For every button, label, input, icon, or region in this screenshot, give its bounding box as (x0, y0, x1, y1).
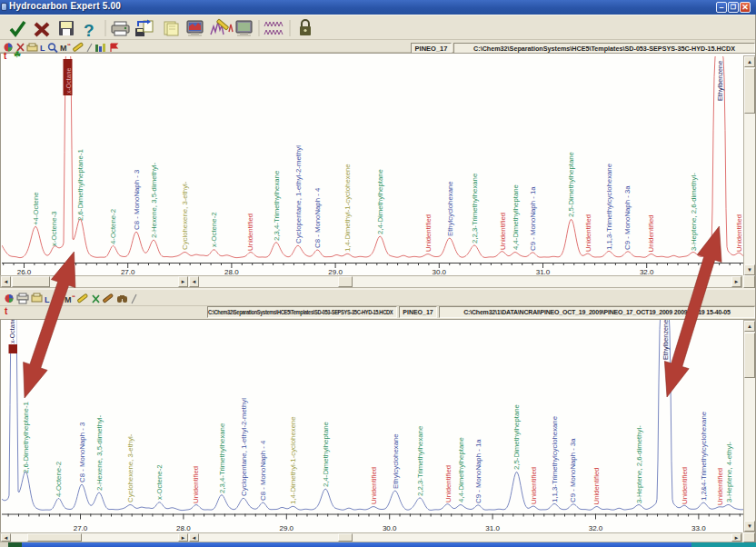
svg-text:Cyclohexene, 3-ethyl-: Cyclohexene, 3-ethyl- (126, 433, 134, 502)
svg-text:L: L (45, 295, 50, 304)
svg-text:2,3,4-Trimethylhexane: 2,3,4-Trimethylhexane (273, 171, 281, 241)
svg-text:“: “ (67, 42, 71, 50)
svg-text:Unidentified: Unidentified (584, 214, 592, 252)
svg-text:Ethylcyclohexane: Ethylcyclohexane (392, 433, 400, 489)
svg-text:“: “ (72, 293, 75, 302)
svg-text:Unidentified: Unidentified (735, 214, 743, 252)
svg-text:32.0: 32.0 (589, 524, 603, 532)
svg-text:1,2&4-Trimethylcyclohexane: 1,2&4-Trimethylcyclohexane (700, 412, 708, 501)
svg-text:Ethylcyclohexane: Ethylcyclohexane (446, 181, 454, 236)
svg-text:+4-Octene: +4-Octene (32, 192, 40, 225)
svg-text:L: L (40, 44, 45, 53)
svg-text:Unidentified: Unidentified (716, 468, 724, 505)
svg-text:2,2,3-Trimethylhexane: 2,2,3-Trimethylhexane (416, 426, 424, 496)
svg-text:C8 - MonoNaph - 4: C8 - MonoNaph - 4 (313, 187, 322, 248)
svg-text:2,5-Dimethylheptane: 2,5-Dimethylheptane (512, 404, 521, 470)
svg-text:Unidentified: Unidentified (246, 214, 254, 251)
svg-text:2-Hexene, 3,5-dimethyl-: 2-Hexene, 3,5-dimethyl- (95, 414, 104, 491)
svg-text:4,4-Dimethylheptane: 4,4-Dimethylheptane (457, 437, 465, 502)
svg-text:Unidentified: Unidentified (444, 465, 453, 502)
svg-text:2,4-Dimethylheptane: 2,4-Dimethylheptane (322, 422, 330, 487)
svg-text:Cyclopentane, 1-ethyl-2-methyl: Cyclopentane, 1-ethyl-2-methyl (240, 398, 248, 496)
svg-text:C8 - MonoNaph - 3: C8 - MonoNaph - 3 (133, 170, 141, 230)
svg-text:2,4-Dimethylheptane: 2,4-Dimethylheptane (376, 169, 384, 234)
svg-text:2,6-Dimethylheptane-1: 2,6-Dimethylheptane-1 (22, 402, 30, 473)
svg-text:Unidentified: Unidentified (424, 214, 433, 252)
svg-text:Ethylbenzene: Ethylbenzene (716, 61, 724, 101)
svg-text:Unidentified: Unidentified (681, 467, 689, 504)
svg-text:Unidentified: Unidentified (647, 214, 655, 252)
svg-text:4-Octene-2: 4-Octene-2 (55, 462, 63, 497)
svg-text:x-Octene-2: x-Octene-2 (155, 464, 164, 500)
svg-text:2-Hexene, 3,5-dimethyl-: 2-Hexene, 3,5-dimethyl- (150, 162, 158, 238)
svg-text:Cyclohexene, 3-ethyl-: Cyclohexene, 3-ethyl- (181, 181, 189, 250)
svg-text:Unidentified: Unidentified (192, 466, 200, 503)
svg-text:3-Heptene, 2,6-dimethyl-: 3-Heptene, 2,6-dimethyl- (690, 173, 698, 251)
svg-text:Cyclopentane, 1-ethyl-2-methyl: Cyclopentane, 1-ethyl-2-methyl (294, 145, 303, 244)
svg-text:1,1,3-Trimethylcyclohexane: 1,1,3-Trimethylcyclohexane (605, 164, 613, 250)
svg-text:M: M (65, 295, 72, 304)
svg-text:30.0: 30.0 (383, 524, 397, 532)
svg-text:x-Octene-2: x-Octene-2 (210, 212, 218, 247)
svg-text:C9 - MonoNaph - 1a: C9 - MonoNaph - 1a (474, 439, 482, 503)
svg-text:1,4-Dimethyl-1-cyclohexene: 1,4-Dimethyl-1-cyclohexene (343, 164, 352, 252)
svg-text:Unidentified: Unidentified (499, 213, 507, 250)
svg-text:Unidentified: Unidentified (370, 467, 378, 504)
svg-text:C9 - MonoNaph - 1a: C9 - MonoNaph - 1a (529, 186, 537, 251)
svg-text:C9 - MonoNaph - 3a: C9 - MonoNaph - 3a (623, 185, 632, 250)
svg-text:29.0: 29.0 (280, 524, 294, 532)
svg-text:x-Octane: x-Octane (9, 320, 15, 343)
svg-text:2,6-Dimethylheptane-1: 2,6-Dimethylheptane-1 (76, 149, 85, 221)
svg-text:C9 - MonoNaph - 3a: C9 - MonoNaph - 3a (569, 438, 577, 502)
svg-text:4,4-Dimethylheptane: 4,4-Dimethylheptane (512, 184, 520, 250)
svg-text:3-Heptene, 2,6-dimethyl-: 3-Heptene, 2,6-dimethyl- (635, 425, 643, 503)
svg-text:x-Octane: x-Octane (65, 67, 72, 94)
svg-text:33.0: 33.0 (691, 524, 706, 532)
svg-text:Ethylbenzene: Ethylbenzene (662, 320, 670, 360)
svg-text:2,5-Dimethylheptane: 2,5-Dimethylheptane (567, 152, 575, 217)
svg-text:1,4-Dimethyl-1-cyclohexene: 1,4-Dimethyl-1-cyclohexene (289, 416, 297, 504)
svg-text:?: ? (84, 21, 94, 40)
svg-text:27.0: 27.0 (74, 524, 88, 532)
svg-text:x-Octene-3: x-Octene-3 (50, 211, 58, 246)
svg-text:C8 - MonoNaph - 3: C8 - MonoNaph - 3 (78, 423, 86, 482)
svg-text:1,1,3-Trimethylcyclohexane: 1,1,3-Trimethylcyclohexane (551, 416, 559, 502)
svg-text:Unidentified: Unidentified (530, 467, 538, 504)
svg-text:2,3,4-Trimethylhexane: 2,3,4-Trimethylhexane (218, 423, 226, 493)
svg-text:3-Heptene, 4-ethyl-: 3-Heptene, 4-ethyl- (725, 442, 733, 502)
svg-text:C8 - MonoNaph - 4: C8 - MonoNaph - 4 (259, 440, 267, 501)
svg-text:31.0: 31.0 (485, 524, 500, 532)
svg-text:4-Octene-2: 4-Octene-2 (109, 209, 117, 244)
svg-text:2,2,3-Trimethylhexane: 2,2,3-Trimethylhexane (471, 174, 479, 244)
svg-text:28.0: 28.0 (176, 524, 191, 532)
svg-text:M: M (60, 44, 67, 53)
svg-text:Unidentified: Unidentified (592, 467, 601, 504)
